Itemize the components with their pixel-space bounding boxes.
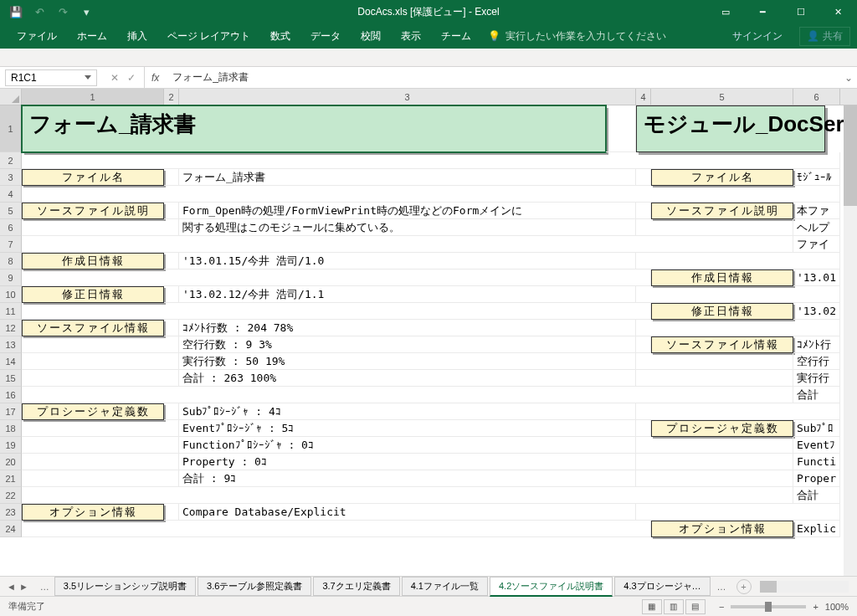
minimize-button[interactable]: ━ bbox=[744, 0, 782, 23]
colhdr-6[interactable]: 6 bbox=[793, 89, 840, 105]
view-pagelayout-icon[interactable]: ▥ bbox=[664, 599, 684, 614]
sheet-tab-active[interactable]: 4.2ソースファイル説明書 bbox=[490, 577, 613, 597]
zoom-in-button[interactable]: + bbox=[813, 602, 818, 612]
fx-icon[interactable]: fx bbox=[145, 72, 166, 84]
colhdr-1[interactable]: 1 bbox=[22, 89, 164, 105]
label-modified-r[interactable]: 修正日情報 bbox=[651, 303, 793, 320]
save-icon[interactable]: 💾 bbox=[7, 3, 25, 21]
signin-link[interactable]: サインイン bbox=[732, 29, 783, 44]
sheet-tab[interactable]: 3.6テーブル参照定義書 bbox=[198, 577, 311, 596]
column-headers: 1 2 3 4 5 6 bbox=[0, 89, 857, 105]
rowhdr-1[interactable]: 1 bbox=[0, 105, 22, 152]
zoom-slider[interactable] bbox=[731, 605, 806, 608]
tab-data[interactable]: データ bbox=[300, 24, 351, 49]
vscroll-thumb[interactable] bbox=[844, 105, 857, 206]
window-title: DocAcs.xls [保護ビュー] - Excel bbox=[357, 5, 499, 19]
label-modified-l[interactable]: 修正日情報 bbox=[22, 286, 164, 303]
label-procdef-l[interactable]: プロシージャ定義数 bbox=[22, 403, 164, 420]
colhdr-2[interactable]: 2 bbox=[164, 89, 179, 105]
ribbon-tabs: ファイル ホーム 挿入 ページ レイアウト 数式 データ 校閲 表示 チーム 💡… bbox=[0, 23, 857, 49]
tab-insert[interactable]: 挿入 bbox=[117, 24, 157, 49]
colhdr-5[interactable]: 5 bbox=[651, 89, 793, 105]
colhdr-4[interactable]: 4 bbox=[636, 89, 651, 105]
label-procdef-r[interactable]: プロシージャ定義数 bbox=[651, 420, 793, 437]
maximize-button[interactable]: ☐ bbox=[782, 0, 819, 23]
name-box[interactable]: R1C1 bbox=[5, 69, 97, 86]
tab-view[interactable]: 表示 bbox=[391, 24, 431, 49]
hscroll-thumb[interactable] bbox=[760, 581, 777, 593]
sheet-tab[interactable]: 3.5リレーションシップ説明書 bbox=[54, 577, 196, 596]
tell-me-search[interactable]: 💡 実行したい作業を入力してください bbox=[488, 29, 666, 44]
enter-formula-icon[interactable]: ✓ bbox=[127, 72, 136, 84]
value-filename-l[interactable]: フォーム_請求書 bbox=[179, 169, 636, 186]
label-srcdesc-l[interactable]: ソースファイル説明 bbox=[22, 203, 164, 219]
label-filename-l[interactable]: ファイル名 bbox=[22, 169, 164, 186]
sheet-tab[interactable]: 3.7クエリ定義書 bbox=[313, 577, 399, 596]
redo-icon[interactable]: ↷ bbox=[54, 3, 72, 21]
view-pagebreak-icon[interactable]: ▤ bbox=[685, 599, 706, 614]
label-created-r[interactable]: 作成日情報 bbox=[651, 270, 793, 286]
cancel-formula-icon[interactable]: ✕ bbox=[110, 72, 119, 84]
label-filename-r[interactable]: ファイル名 bbox=[651, 169, 793, 186]
undo-icon[interactable]: ↶ bbox=[30, 3, 49, 21]
ribbon-body-collapsed bbox=[0, 49, 857, 67]
expand-formula-icon[interactable]: ⌄ bbox=[840, 72, 857, 84]
spreadsheet-grid[interactable]: 1 2 3 4 5 6 1 フォーム_請求書 モジュール_DocSer 2 3 … bbox=[0, 89, 857, 576]
zoom-level[interactable]: 100% bbox=[825, 602, 849, 612]
close-button[interactable]: ✕ bbox=[819, 0, 857, 23]
status-bar: 準備完了 ▦ ▥ ▤ − + 100% bbox=[0, 596, 857, 616]
sheet-tab[interactable]: 4.3プロシージャ… bbox=[614, 577, 710, 596]
bulb-icon: 💡 bbox=[488, 30, 500, 42]
sheet-overflow-right[interactable]: … bbox=[712, 582, 731, 592]
window-controls: ▭ ━ ☐ ✕ bbox=[706, 0, 857, 23]
zoom-out-button[interactable]: − bbox=[719, 602, 724, 612]
sheet-nav-prev-icon[interactable]: ◄ bbox=[7, 582, 16, 592]
tab-review[interactable]: 校閲 bbox=[351, 24, 391, 49]
share-icon: 👤 bbox=[807, 30, 819, 42]
label-srcinfo-l[interactable]: ソースファイル情報 bbox=[22, 320, 164, 336]
tab-file[interactable]: ファイル bbox=[7, 24, 67, 49]
section-header-right[interactable]: モジュール_DocSer bbox=[636, 105, 825, 152]
status-ready: 準備完了 bbox=[8, 600, 45, 613]
quick-access-toolbar: 💾 ↶ ↷ ▾ bbox=[0, 3, 95, 21]
label-created-l[interactable]: 作成日情報 bbox=[22, 253, 164, 270]
label-option-l[interactable]: オプション情報 bbox=[22, 504, 164, 521]
colhdr-3[interactable]: 3 bbox=[179, 89, 636, 105]
label-srcdesc-r[interactable]: ソースファイル説明 bbox=[651, 203, 793, 219]
qat-dropdown-icon[interactable]: ▾ bbox=[77, 3, 95, 21]
share-button[interactable]: 👤 共有 bbox=[799, 27, 850, 46]
value-filename-r[interactable]: ﾓｼﾞｭｰﾙ bbox=[793, 169, 840, 186]
tab-team[interactable]: チーム bbox=[431, 24, 481, 49]
formula-bar: R1C1 ✕ ✓ fx フォーム_請求書 ⌄ bbox=[0, 67, 857, 89]
tab-pagelayout[interactable]: ページ レイアウト bbox=[157, 24, 260, 49]
view-normal-icon[interactable]: ▦ bbox=[642, 599, 662, 614]
title-bar: 💾 ↶ ↷ ▾ DocAcs.xls [保護ビュー] - Excel ▭ ━ ☐… bbox=[0, 0, 857, 23]
tab-formulas[interactable]: 数式 bbox=[260, 24, 300, 49]
formula-input[interactable]: フォーム_請求書 bbox=[166, 70, 840, 85]
add-sheet-button[interactable]: + bbox=[736, 579, 752, 594]
ribbon-display-icon[interactable]: ▭ bbox=[706, 0, 744, 23]
horizontal-scrollbar[interactable] bbox=[760, 581, 849, 593]
label-option-r[interactable]: オプション情報 bbox=[651, 521, 793, 537]
select-all-corner[interactable] bbox=[0, 89, 22, 105]
sheet-overflow-left[interactable]: … bbox=[35, 582, 54, 592]
sheet-nav-next-icon[interactable]: ► bbox=[19, 582, 28, 592]
sheet-tab[interactable]: 4.1ファイル一覧 bbox=[402, 577, 488, 596]
section-header-left[interactable]: フォーム_請求書 bbox=[22, 105, 606, 152]
sheet-tabs-bar: ◄ ► … 3.5リレーションシップ説明書 3.6テーブル参照定義書 3.7クエ… bbox=[0, 576, 857, 596]
search-placeholder: 実行したい作業を入力してください bbox=[505, 29, 666, 44]
label-srcinfo-r[interactable]: ソースファイル情報 bbox=[651, 336, 793, 353]
vertical-scrollbar[interactable] bbox=[844, 105, 857, 576]
tab-home[interactable]: ホーム bbox=[67, 24, 117, 49]
value-srcdesc1-l[interactable]: Form_Open時の処理/FormViewPrint時の処理などのFormメイ… bbox=[179, 203, 636, 219]
